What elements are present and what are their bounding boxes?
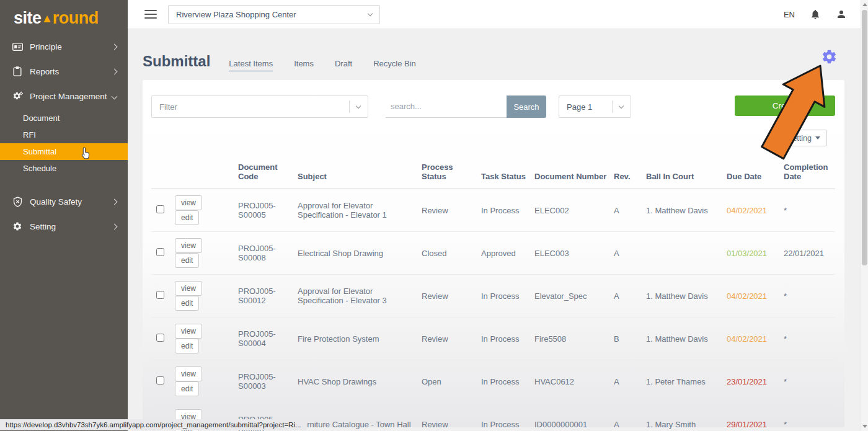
cell-document-code: PROJ005-S00012: [238, 275, 298, 318]
cell-document-number: Elevator_Spec: [534, 275, 614, 318]
sidebar-subitem-submittal[interactable]: Submittal: [0, 143, 128, 160]
column-rev: Rev.: [614, 159, 646, 189]
view-button[interactable]: view: [175, 195, 202, 210]
sidebar-subitem-rfi[interactable]: RFI: [0, 127, 128, 143]
sidebar-item-label: Setting: [30, 222, 112, 231]
chevron-down-icon: [368, 11, 373, 16]
page-selector-dropdown[interactable]: Page 1: [559, 96, 631, 118]
view-button[interactable]: view: [175, 367, 202, 381]
cell-due-date: 01/03/2021: [727, 249, 767, 258]
user-profile-icon[interactable]: [836, 9, 847, 20]
row-checkbox[interactable]: [156, 291, 164, 299]
vertical-scrollbar[interactable]: [861, 0, 868, 431]
tab-latest-items[interactable]: Latest Items: [229, 59, 273, 71]
logo-triangle-icon: ▲: [42, 12, 53, 25]
edit-button[interactable]: edit: [175, 296, 199, 311]
cell-task-status: In Process: [481, 318, 534, 360]
sidebar-item-project-management[interactable]: Project Management: [0, 84, 128, 109]
cell-subject: Approval for Elevator Specification - El…: [298, 275, 422, 318]
cell-document-number: ID0000000001: [534, 403, 614, 431]
filter-dropdown[interactable]: Filter: [151, 96, 368, 118]
submittal-list-card: Filter Search Page 1 Create Setting: [143, 80, 844, 427]
cell-task-status: In Process: [481, 360, 534, 403]
table-row: viewedit PROJ005-S00003 HVAC Shop Drawin…: [151, 360, 835, 403]
cell-due-date: 04/02/2021: [727, 206, 767, 215]
view-button[interactable]: view: [175, 324, 202, 339]
cell-process-status: Open: [422, 360, 481, 403]
tab-recycle-bin[interactable]: Recycle Bin: [373, 59, 416, 71]
cell-completion-date: *: [784, 275, 835, 318]
create-button[interactable]: Create: [735, 96, 835, 116]
cell-ball-in-court: [646, 232, 727, 275]
cell-ball-in-court: 1. Matthew Davis: [646, 275, 727, 318]
view-button[interactable]: view: [175, 238, 202, 253]
gears-icon: [11, 91, 24, 102]
column-completion-date: Completion Date: [784, 159, 835, 189]
project-selector-dropdown[interactable]: Riverview Plaza Shopping Center: [168, 5, 380, 24]
column-process-status: Process Status: [422, 159, 481, 189]
chevron-right-icon: [112, 223, 118, 229]
search-input[interactable]: [386, 96, 507, 118]
chevron-down-icon: [112, 93, 118, 99]
sidebar-item-reports[interactable]: Reports: [0, 59, 128, 84]
filter-placeholder: Filter: [159, 102, 349, 112]
sidebar-item-setting[interactable]: Setting: [0, 214, 128, 239]
scroll-up-arrow-icon[interactable]: [862, 3, 867, 6]
sidebar-subitem-schedule[interactable]: Schedule: [0, 160, 128, 177]
cell-document-code: PROJ005-S00008: [238, 232, 298, 275]
edit-button[interactable]: edit: [175, 210, 199, 225]
column-document-number: Document Number: [534, 159, 614, 189]
row-checkbox[interactable]: [156, 376, 164, 384]
clipboard-icon: [11, 66, 24, 77]
page-settings-gear-icon[interactable]: [821, 48, 838, 65]
view-button[interactable]: view: [175, 281, 202, 296]
sidebar-item-label: Reports: [30, 67, 112, 76]
row-checkbox[interactable]: [156, 334, 164, 342]
sidebar-item-label: Principle: [30, 42, 112, 51]
scrollbar-thumb[interactable]: [862, 10, 867, 265]
main-content: Submittal Latest Items Items Draft Recyc…: [128, 29, 868, 431]
edit-button[interactable]: edit: [175, 381, 199, 396]
page-selector-value: Page 1: [567, 102, 612, 112]
chevron-down-icon: [356, 103, 361, 108]
sidebar-item-principle[interactable]: Principle: [0, 34, 128, 59]
chevron-down-icon: [619, 103, 624, 108]
edit-button[interactable]: edit: [175, 253, 199, 268]
page-title: Submittal: [143, 53, 210, 70]
hamburger-menu-icon[interactable]: [144, 10, 157, 19]
language-selector[interactable]: EN: [784, 10, 795, 19]
submittal-tabs: Latest Items Items Draft Recycle Bin: [229, 59, 415, 71]
sidebar-subitem-document[interactable]: Document: [0, 110, 128, 127]
tab-items[interactable]: Items: [294, 59, 314, 71]
cell-completion-date: *: [784, 318, 835, 360]
gear-icon: [11, 221, 24, 232]
row-checkbox[interactable]: [156, 205, 164, 213]
table-row: viewedit PROJ005-S00004 Fire Protection …: [151, 318, 835, 360]
search-button[interactable]: Search: [507, 96, 546, 118]
project-selector-value: Riverview Plaza Shopping Center: [176, 10, 368, 19]
scroll-down-arrow-icon[interactable]: [862, 425, 867, 428]
cell-due-date: 29/01/2021: [727, 420, 767, 429]
cell-completion-date: *: [784, 189, 835, 232]
row-checkbox[interactable]: [156, 248, 164, 256]
table-setting-button[interactable]: Setting: [781, 130, 827, 146]
cell-rev: A: [614, 232, 646, 275]
cell-subject: Approval for Elevator Specification - El…: [298, 189, 422, 232]
project-management-submenu: Document RFI Submittal Schedule: [0, 109, 128, 180]
cell-due-date: 23/01/2021: [727, 377, 767, 386]
mouse-hand-cursor: [79, 146, 91, 160]
table-row: viewedit PROJ005-S00005 Approval for Ele…: [151, 189, 835, 232]
column-actions: [175, 159, 238, 189]
cell-ball-in-court: 1. Peter Thames: [646, 360, 727, 403]
logo-text-site: site: [14, 9, 42, 27]
edit-button[interactable]: edit: [175, 339, 199, 353]
browser-link-status-bar: https://develop.d3vhbv73sh7yk6.amplifyap…: [0, 419, 307, 430]
submittal-table: Document Code Subject Process Status Tas…: [151, 159, 835, 431]
cell-document-number: ELEC003: [534, 232, 614, 275]
column-due-date: Due Date: [727, 159, 784, 189]
tab-draft[interactable]: Draft: [335, 59, 352, 71]
notifications-bell-icon[interactable]: [810, 9, 821, 20]
cell-process-status: Review: [422, 318, 481, 360]
sidebar-item-label: Project Management: [30, 92, 112, 101]
sidebar-item-quality-safety[interactable]: Quality Safety: [0, 189, 128, 214]
